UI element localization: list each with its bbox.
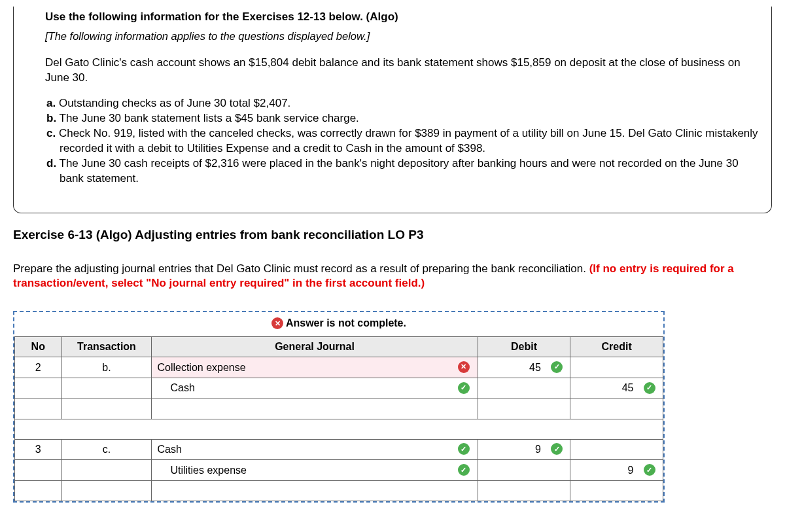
cell-transaction: b. <box>61 357 152 378</box>
answer-area: Answer is not complete. No Transaction G… <box>13 311 665 503</box>
check-icon <box>551 361 563 373</box>
table-row: 3 c. Cash 9 <box>15 439 663 460</box>
cell-debit-status <box>544 357 570 378</box>
cell-account[interactable]: Cash <box>152 378 450 399</box>
info-item-d: d. The June 30 cash receipts of $2,316 w… <box>46 156 765 186</box>
info-item-b: b. The June 30 bank statement lists a $4… <box>46 111 765 126</box>
header-debit: Debit <box>478 337 570 357</box>
cell-no: 2 <box>15 357 62 378</box>
cell-credit[interactable] <box>570 481 637 501</box>
cell-credit-status <box>636 378 663 399</box>
cell-account-status <box>450 357 478 378</box>
cell-debit[interactable] <box>478 460 544 481</box>
cell-credit-status <box>636 460 663 481</box>
cell-account[interactable]: Utilities expense <box>152 460 450 481</box>
cell-debit[interactable]: 45 <box>478 357 544 378</box>
info-item-a: a. Outstanding checks as of June 30 tota… <box>46 96 765 111</box>
cell-debit[interactable] <box>478 399 544 419</box>
check-icon <box>458 382 470 394</box>
check-icon <box>551 443 563 455</box>
cell-account[interactable]: Cash <box>152 439 450 460</box>
check-icon <box>458 443 470 455</box>
info-paragraph: Del Gato Clinic's cash account shows an … <box>45 56 765 86</box>
answer-banner: Answer is not complete. <box>14 312 663 336</box>
cell-credit-status <box>636 357 663 378</box>
cell-account-status <box>450 460 478 481</box>
cell-debit[interactable] <box>478 378 544 399</box>
check-icon <box>644 464 655 476</box>
cell-credit[interactable] <box>570 439 637 460</box>
instruction-text: Prepare the adjusting journal entries th… <box>13 262 589 275</box>
cell-account[interactable]: Collection expense <box>152 357 450 378</box>
exercise-title: Exercise 6-13 (Algo) Adjusting entries f… <box>13 228 772 242</box>
header-transaction: Transaction <box>61 337 152 357</box>
exercise-instruction: Prepare the adjusting journal entries th… <box>13 262 772 292</box>
cell-debit[interactable] <box>478 481 544 501</box>
table-gap <box>15 419 663 439</box>
cell-credit[interactable]: 9 <box>570 460 637 481</box>
x-icon <box>271 317 283 329</box>
cell-debit-status <box>544 439 570 460</box>
header-credit: Credit <box>570 337 663 357</box>
header-journal: General Journal <box>152 337 478 357</box>
info-list: a. Outstanding checks as of June 30 tota… <box>45 96 765 186</box>
journal-table: No Transaction General Journal Debit Cre… <box>14 336 663 501</box>
info-subtitle: [The following information applies to th… <box>45 30 765 43</box>
cell-credit[interactable]: 45 <box>570 378 637 399</box>
info-box: Use the following information for the Ex… <box>13 7 772 213</box>
table-row: Utilities expense 9 <box>15 460 663 481</box>
table-row: Cash 45 <box>15 378 663 399</box>
cell-credit[interactable] <box>570 399 637 419</box>
cell-credit[interactable] <box>570 357 637 378</box>
info-item-c: c. Check No. 919, listed with the cancel… <box>46 126 765 156</box>
cell-account[interactable] <box>152 481 450 501</box>
check-icon <box>458 464 470 476</box>
table-row <box>15 399 663 419</box>
header-no: No <box>15 337 62 357</box>
cell-account[interactable] <box>152 399 450 419</box>
info-title: Use the following information for the Ex… <box>45 10 765 24</box>
cell-account-status <box>450 439 478 460</box>
cell-no: 3 <box>15 439 62 460</box>
cell-transaction: c. <box>61 439 152 460</box>
table-row: 2 b. Collection expense 45 <box>15 357 663 378</box>
cell-account-status <box>450 378 478 399</box>
x-icon <box>458 361 470 373</box>
answer-banner-text: Answer is not complete. <box>286 317 406 328</box>
check-icon <box>644 382 655 394</box>
table-row <box>15 481 663 501</box>
cell-debit[interactable]: 9 <box>478 439 544 460</box>
table-header-row: No Transaction General Journal Debit Cre… <box>15 337 663 357</box>
